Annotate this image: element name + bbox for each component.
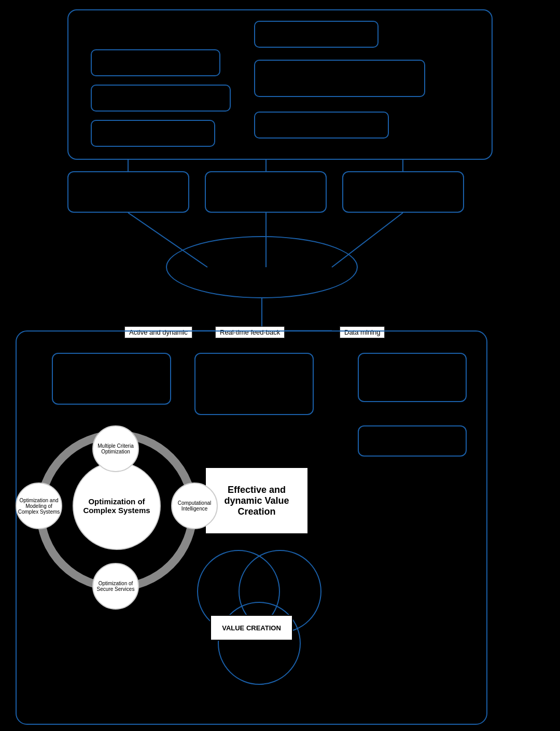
inner-box-tl-2 (91, 85, 231, 112)
right-box-2 (358, 425, 467, 457)
satellite-right: Computational Intelligence (171, 482, 218, 529)
mid-box-3 (342, 171, 464, 213)
inner-box-tr-3 (254, 112, 389, 139)
inner-box-tr-2 (254, 60, 425, 97)
mid-box-1 (67, 171, 189, 213)
inner-box-tl-3 (91, 120, 215, 147)
lower-box-2 (194, 353, 314, 415)
satellite-top: Multiple Criteria Optimization (92, 425, 139, 472)
inner-box-tl-1 (91, 49, 220, 76)
oval (166, 236, 358, 298)
lower-box-1 (52, 353, 171, 405)
center-circle: Optimization of Complex Systems (73, 462, 161, 550)
right-box-1 (358, 353, 467, 402)
value-creation-label: VALUE CREATION (210, 615, 293, 641)
satellite-left: Optimization and Modeling of Complex Sys… (16, 482, 62, 529)
value-creation-box: Effective and dynamic Value Creation (205, 467, 309, 534)
satellite-bottom: Optimization of Secure Services (92, 563, 139, 610)
venn-circle-bottom (218, 602, 301, 685)
inner-box-tr-1 (254, 21, 379, 48)
diagram-container: Active and dynamic Real-time feed-back D… (0, 0, 560, 731)
mid-box-2 (205, 171, 327, 213)
